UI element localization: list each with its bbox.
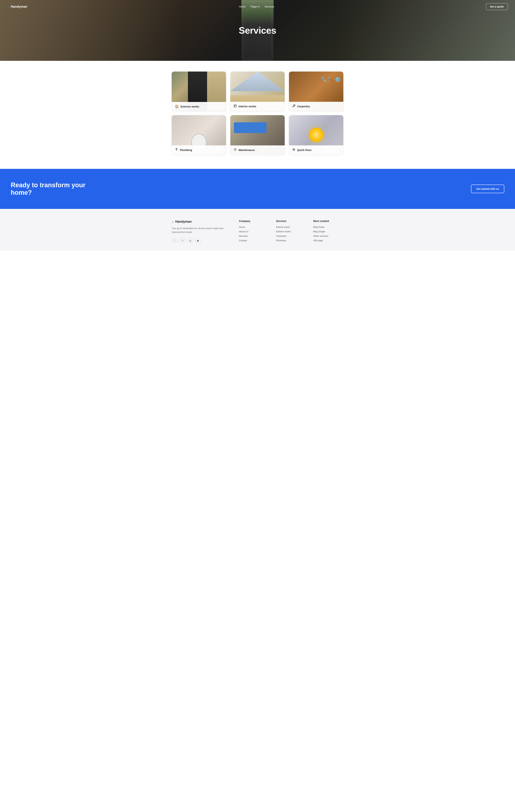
navigation: ⌂ Handyman Home Pages ▾ Services Get a q… <box>0 0 515 13</box>
get-started-button[interactable]: Get started with us <box>471 184 504 193</box>
get-quote-button[interactable]: Get a quote <box>486 3 508 10</box>
service-label-exterior: 🏠 Exterior works <box>172 102 226 111</box>
svg-point-3 <box>176 149 177 149</box>
footer-link-other-services[interactable]: Other services <box>313 235 343 237</box>
service-label-interior: Interior works <box>230 102 285 111</box>
nav-services[interactable]: Services <box>265 5 274 8</box>
youtube-icon[interactable]: ▶ <box>195 238 201 243</box>
chevron-down-icon: ▾ <box>259 5 260 8</box>
maintenance-icon <box>234 148 237 152</box>
service-label-maintenance: Maintenance <box>230 145 285 154</box>
nav-pages[interactable]: Pages ▾ <box>250 5 260 8</box>
maintenance-label: Maintenance <box>239 148 255 151</box>
footer-col-company: Company Home About Us Services Contact <box>239 220 269 243</box>
footer-link-404[interactable]: 404 page <box>313 239 343 242</box>
service-label-carpentry: Carpentry <box>289 102 343 111</box>
facebook-icon[interactable]: f <box>172 238 177 243</box>
service-card-carpentry[interactable]: Carpentry <box>289 71 343 111</box>
footer-link-carpentry[interactable]: Carpentry <box>276 235 306 237</box>
quickfixes-icon <box>292 148 295 152</box>
cta-banner: Ready to transform your home? Get starte… <box>0 169 515 209</box>
footer-home-icon: ⌂ <box>172 220 174 224</box>
exterior-icon: 🏠 <box>175 105 179 108</box>
hero-title: Services <box>239 25 276 36</box>
nav-links: Home Pages ▾ Services <box>239 5 274 8</box>
footer-col-more: More content Blog Posts Blog Single Othe… <box>313 220 343 243</box>
footer-link-about[interactable]: About Us <box>239 230 269 233</box>
footer-link-blog-posts[interactable]: Blog Posts <box>313 226 343 228</box>
twitter-icon[interactable]: 𝕏 <box>180 238 185 243</box>
footer-inner: ⌂ Handyman Your go-to destination for al… <box>172 220 343 243</box>
instagram-icon[interactable]: ◎ <box>187 238 193 243</box>
service-card-interior[interactable]: Interior works <box>230 71 285 111</box>
service-label-quickfixes: Quick fixes <box>289 145 343 154</box>
footer-tagline: Your go-to destination for all your home… <box>172 227 232 234</box>
footer-social: f 𝕏 ◎ ▶ <box>172 238 232 243</box>
service-card-maintenance[interactable]: Maintenance <box>230 115 285 154</box>
footer-link-blog-single[interactable]: Blog Single <box>313 230 343 233</box>
exterior-label: Exterior works <box>181 105 199 108</box>
footer-logo-text: Handyman <box>175 220 192 224</box>
footer-link-services[interactable]: Services <box>239 235 269 237</box>
services-grid: 🏠 Exterior works Interior works <box>172 71 343 154</box>
quickfixes-label: Quick fixes <box>297 148 311 151</box>
cta-title: Ready to transform your home? <box>11 181 100 196</box>
footer: ⌂ Handyman Your go-to destination for al… <box>0 209 515 251</box>
plumbing-icon <box>175 148 178 152</box>
footer-services-heading: Services <box>276 220 306 223</box>
service-card-plumbing[interactable]: Plumbing <box>172 115 226 154</box>
plumbing-label: Plumbing <box>180 148 192 151</box>
service-card-exterior[interactable]: 🏠 Exterior works <box>172 71 226 111</box>
logo[interactable]: ⌂ Handyman <box>7 5 27 9</box>
footer-link-exterior[interactable]: Exterior works <box>276 230 306 233</box>
svg-marker-5 <box>293 148 295 151</box>
footer-link-home[interactable]: Home <box>239 226 269 228</box>
footer-company-heading: Company <box>239 220 269 223</box>
footer-link-contact[interactable]: Contact <box>239 239 269 242</box>
home-icon: ⌂ <box>7 5 9 9</box>
hero-content: Services <box>239 25 276 36</box>
svg-rect-0 <box>234 105 236 107</box>
footer-more-heading: More content <box>313 220 343 223</box>
footer-logo: ⌂ Handyman <box>172 220 232 224</box>
logo-text: Handyman <box>11 5 27 8</box>
interior-label: Interior works <box>239 105 256 108</box>
nav-home[interactable]: Home <box>239 5 245 8</box>
carpentry-icon <box>292 104 295 108</box>
carpentry-label: Carpentry <box>297 105 310 108</box>
service-label-plumbing: Plumbing <box>172 145 226 154</box>
footer-brand: ⌂ Handyman Your go-to destination for al… <box>172 220 232 243</box>
service-card-quickfixes[interactable]: Quick fixes <box>289 115 343 154</box>
footer-link-interior[interactable]: Interior works <box>276 226 306 228</box>
interior-icon <box>234 104 237 108</box>
footer-col-services: Services Interior works Exterior works C… <box>276 220 306 243</box>
footer-link-plumbing[interactable]: Plumbing <box>276 239 306 242</box>
services-section: 🏠 Exterior works Interior works <box>0 61 515 169</box>
svg-point-4 <box>235 149 236 150</box>
